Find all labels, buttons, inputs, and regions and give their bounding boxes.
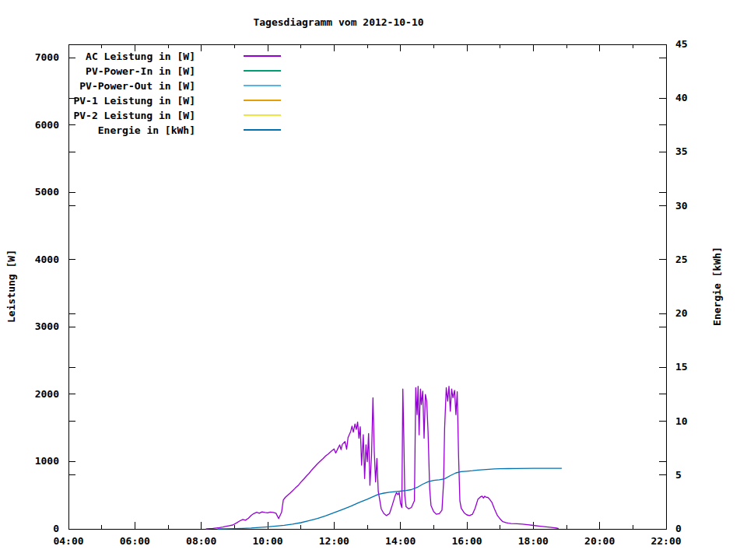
- x-tick-label: 14:00: [385, 535, 416, 547]
- series-line: [218, 468, 562, 529]
- x-tick-label: 18:00: [518, 535, 549, 547]
- legend-label: PV-2 Leistung in [W]: [73, 110, 195, 121]
- y-right-tick-label: 20: [675, 307, 688, 319]
- legend-label: PV-Power-Out in [W]: [79, 80, 195, 92]
- legend-label: PV-1 Leistung in [W]: [73, 95, 195, 107]
- y-right-tick-label: 10: [675, 415, 688, 427]
- y-left-tick-label: 1000: [35, 455, 59, 467]
- y-left-tick-label: 7000: [35, 51, 59, 63]
- x-tick-label: 04:00: [53, 535, 83, 547]
- y-right-tick-label: 35: [675, 145, 688, 157]
- y-right-tick-label: 5: [675, 469, 682, 481]
- y-right-tick-label: 0: [675, 523, 682, 534]
- y-left-tick-label: 0: [53, 523, 59, 534]
- y-left-tick-label: 6000: [35, 119, 59, 131]
- legend-label: AC Leistung in [W]: [86, 51, 195, 62]
- legend-label: PV-Power-In in [W]: [86, 65, 195, 77]
- x-tick-label: 22:00: [651, 535, 681, 547]
- legend-label: Energie in [kWh]: [98, 124, 195, 136]
- y-right-tick-label: 45: [675, 38, 688, 50]
- plot-area: 04:0006:0008:0010:0012:0014:0016:0018:00…: [0, 0, 747, 560]
- x-tick-label: 16:00: [451, 535, 482, 547]
- x-tick-label: 06:00: [120, 535, 150, 547]
- y-right-tick-label: 30: [675, 200, 688, 212]
- y-left-tick-label: 5000: [35, 186, 59, 198]
- y-left-tick-label: 3000: [35, 320, 59, 332]
- x-tick-label: 08:00: [186, 535, 216, 547]
- chart-canvas: Tagesdiagramm vom 2012-10-10 Leistung [W…: [0, 0, 747, 560]
- x-tick-label: 12:00: [319, 535, 349, 547]
- series-line: [206, 387, 558, 529]
- y-right-tick-label: 15: [675, 361, 688, 373]
- y-left-tick-label: 4000: [35, 254, 59, 265]
- y-right-tick-label: 40: [675, 92, 688, 103]
- y-right-tick-label: 25: [675, 254, 688, 265]
- y-left-tick-label: 2000: [35, 388, 59, 400]
- x-tick-label: 10:00: [252, 535, 282, 547]
- x-tick-label: 20:00: [584, 535, 615, 547]
